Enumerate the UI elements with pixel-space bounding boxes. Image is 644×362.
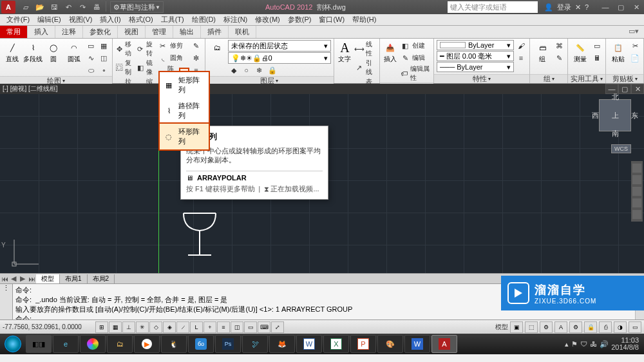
osnap-toggle[interactable]: ◇ xyxy=(149,321,162,333)
menu-help[interactable]: 帮助(H) xyxy=(348,14,380,25)
new-icon[interactable]: ▱ xyxy=(19,1,32,13)
tab-home[interactable]: 常用 xyxy=(0,26,28,38)
lineweight-select[interactable]: ━ 图层 0.00 毫米▾ xyxy=(437,51,514,61)
tab-manage[interactable]: 管理 xyxy=(146,26,173,38)
layer-lock-icon[interactable]: 🔒 xyxy=(267,64,278,76)
group-button[interactable]: 🗃组 xyxy=(533,40,552,74)
am-toggle[interactable]: ⤢ xyxy=(271,321,284,333)
otrack-toggle[interactable]: ⟋ xyxy=(176,321,189,333)
move-icon[interactable]: ✥ xyxy=(115,43,124,55)
tab-insert[interactable]: 插入 xyxy=(28,26,55,38)
array-rect-item[interactable]: ▦矩形阵列 xyxy=(160,72,209,98)
layout-tab-2[interactable]: 布局2 xyxy=(88,274,115,283)
coords-readout[interactable]: -77.7560, 532.0961, 0.0000 xyxy=(3,323,93,330)
layer-freeze-icon[interactable]: ❄ xyxy=(254,64,265,76)
view-cube[interactable]: 北 东 南 西 上 xyxy=(599,99,631,131)
cmd-handle-icon[interactable]: ⋮ xyxy=(3,284,10,292)
edit-attr-icon[interactable]: 🏷 xyxy=(399,68,409,79)
workspace-icon[interactable]: ⚙ xyxy=(569,321,582,333)
nav-showmotion-icon[interactable] xyxy=(632,210,641,219)
layer-off-icon[interactable]: ○ xyxy=(241,64,252,76)
tab-online[interactable]: 联机 xyxy=(229,26,256,38)
point-icon[interactable]: ∘ xyxy=(98,64,109,76)
tab-last-icon[interactable]: ⏭ xyxy=(27,274,36,283)
tpy-toggle[interactable]: ◫ xyxy=(231,321,243,333)
redo-icon[interactable]: ↷ xyxy=(76,1,89,13)
taskbar-word[interactable]: W xyxy=(296,335,322,353)
taskbar-autocad[interactable]: A xyxy=(431,335,457,353)
signin-icon[interactable]: 👤 xyxy=(544,3,553,12)
leader-icon[interactable]: ↗ xyxy=(354,62,364,73)
array-path-item[interactable]: ⌇路径阵列 xyxy=(160,98,209,124)
color-select[interactable]: ByLayer▾ xyxy=(437,40,514,50)
doc-close-button[interactable]: ✕ xyxy=(631,84,644,94)
layout-tab-1[interactable]: 布局1 xyxy=(60,274,88,283)
taskbar-app-1[interactable] xyxy=(80,335,106,353)
viewport-label[interactable]: [-] [俯视] [二维线框] xyxy=(0,84,644,94)
ungroup-icon[interactable]: ⌘ xyxy=(553,40,565,52)
erase-icon[interactable]: ✎ xyxy=(191,40,202,52)
explode-icon[interactable]: ✼ xyxy=(191,52,202,64)
region-icon[interactable]: ◫ xyxy=(98,52,109,64)
lwt-toggle[interactable]: ≡ xyxy=(217,321,230,333)
isolate-icon[interactable]: ◑ xyxy=(614,321,627,333)
nav-orbit-icon[interactable] xyxy=(632,198,641,207)
doc-max-button[interactable]: ▢ xyxy=(618,84,631,94)
calc-icon[interactable]: 🖩 xyxy=(591,52,603,64)
nav-zoom-icon[interactable] xyxy=(632,187,641,196)
tray-flag-icon[interactable]: ⚑ xyxy=(571,340,578,348)
taskbar-qq[interactable]: 🐧 xyxy=(161,335,187,353)
tab-annotate[interactable]: 注释 xyxy=(55,26,83,38)
rotate-icon[interactable]: ⟳ xyxy=(136,43,144,55)
select-icon[interactable]: ▭ xyxy=(591,40,603,52)
layout-tab-model[interactable]: 模型 xyxy=(36,274,60,283)
panel-properties-title[interactable]: 特性 ▾ xyxy=(434,74,529,83)
taskbar-ppt[interactable]: P xyxy=(350,335,376,353)
menu-edit[interactable]: 编辑(E) xyxy=(33,14,65,25)
mirror-icon[interactable]: ◧ xyxy=(136,62,144,73)
maximize-button[interactable]: ▢ xyxy=(613,1,629,13)
line-button[interactable]: ╱直线 xyxy=(3,40,22,76)
clean-screen-icon[interactable]: ▭ xyxy=(629,321,641,333)
nav-pan-icon[interactable] xyxy=(632,175,641,184)
taskbar-explorer[interactable]: 🗂 xyxy=(107,335,133,353)
menu-modify[interactable]: 修改(M) xyxy=(251,14,284,25)
layer-iso-icon[interactable]: ◆ xyxy=(228,64,240,76)
ortho-toggle[interactable]: ⊥ xyxy=(122,321,135,333)
layer-properties-button[interactable]: 🗂 xyxy=(208,40,227,76)
match-prop-icon[interactable]: 🖌 xyxy=(515,40,527,52)
prop-list-icon[interactable]: ≡ xyxy=(515,52,527,64)
app-logo[interactable]: A xyxy=(1,1,15,14)
taskbar-paint[interactable]: 🎨 xyxy=(377,335,403,353)
create-block-icon[interactable]: ◧ xyxy=(399,40,411,52)
status-extra-2[interactable]: ⬚ xyxy=(525,321,538,333)
taskbar-excel[interactable]: X xyxy=(323,335,349,353)
tray-shield-icon[interactable]: 🛡 xyxy=(580,340,587,348)
signin-label[interactable]: 登录 xyxy=(557,3,571,12)
taskbar-360[interactable]: бо xyxy=(188,335,214,353)
linetype-select[interactable]: ─── ByLayer▾ xyxy=(437,62,514,72)
ellipse-icon[interactable]: ⬭ xyxy=(85,64,97,76)
taskbar-app-3[interactable]: 🦊 xyxy=(269,335,295,353)
space-label[interactable]: 模型 xyxy=(495,323,508,332)
status-extra-3[interactable]: ⚙ xyxy=(540,321,553,333)
taskbar-clock[interactable]: 11:032014/8/8 xyxy=(611,337,639,351)
taskbar-apps-icon[interactable]: ◧◨ xyxy=(26,335,52,353)
help-search-input[interactable]: 键入关键字或短语 xyxy=(448,1,538,13)
paste-button[interactable]: 📋粘贴 xyxy=(609,40,628,74)
tab-output[interactable]: 输出 xyxy=(173,26,201,38)
rect-icon[interactable]: ▭ xyxy=(85,40,97,52)
circle-button[interactable]: ◯圆 xyxy=(44,40,63,76)
copy-icon[interactable]: ⿴ xyxy=(115,62,124,73)
fillet-icon[interactable]: ◟ xyxy=(157,52,169,64)
lock-icon[interactable]: 🔒 xyxy=(584,321,597,333)
edit-block-icon[interactable]: ✎ xyxy=(399,52,411,64)
tab-prev-icon[interactable]: ◀ xyxy=(9,274,18,283)
menu-window[interactable]: 窗口(W) xyxy=(315,14,348,25)
dyn-toggle[interactable]: + xyxy=(204,321,216,333)
tray-volume-icon[interactable]: 🔊 xyxy=(600,340,609,348)
trim-icon[interactable]: ✂ xyxy=(157,40,169,52)
ribbon-collapse-button[interactable]: ▭▾ xyxy=(623,26,644,38)
print-icon[interactable]: 🖶 xyxy=(90,1,103,13)
tab-plugins[interactable]: 插件 xyxy=(201,26,229,38)
